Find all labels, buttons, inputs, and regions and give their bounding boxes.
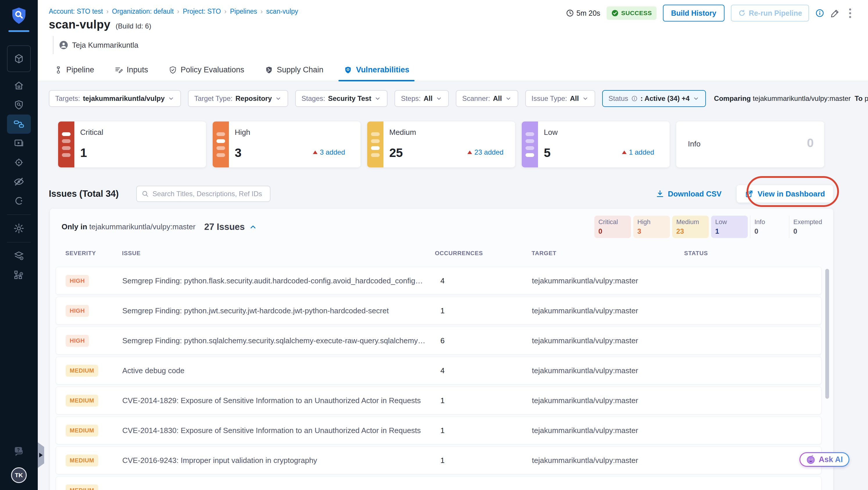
filter-steps[interactable]: Steps:All bbox=[395, 90, 449, 107]
severity-gauge bbox=[367, 121, 383, 167]
gauge-pill bbox=[526, 132, 534, 136]
filter-targettype[interactable]: Target Type:Repository bbox=[188, 90, 288, 107]
filter-status[interactable]: Status: Active (34) +4 bbox=[602, 90, 706, 107]
added-link[interactable]: 23 added bbox=[467, 148, 503, 156]
ask-ai-robot-icon bbox=[806, 455, 816, 464]
build-history-button[interactable]: Build History bbox=[663, 5, 724, 22]
person-icon bbox=[59, 40, 68, 50]
sidebar-item-security-review[interactable] bbox=[7, 172, 31, 191]
breadcrumb-link-2[interactable]: Project: STO bbox=[183, 7, 221, 16]
severity-badge: HIGH bbox=[66, 275, 89, 287]
filter-value: All bbox=[570, 94, 579, 102]
table-row[interactable]: MEDIUMActive debug code4tejakummarikuntl… bbox=[56, 357, 822, 385]
column-header-issue: ISSUE bbox=[122, 250, 435, 256]
pipelines-icon bbox=[13, 118, 25, 130]
breadcrumb-link-0[interactable]: Account: STO test bbox=[49, 7, 103, 16]
severity-card-count: 0 bbox=[807, 136, 814, 150]
eye-off-icon bbox=[13, 176, 25, 187]
filter-targets[interactable]: Targets:tejakummarikuntla/vulpy bbox=[49, 90, 181, 107]
severity-chip-summary: Critical0High3Medium23Low1Info0Exempted0 bbox=[594, 216, 826, 238]
severity-badge: MEDIUM bbox=[66, 365, 98, 377]
view-in-dashboard-button[interactable]: View in Dashboard bbox=[737, 185, 833, 203]
sidebar-item-home[interactable] bbox=[7, 76, 31, 95]
issue-title: Semgrep Finding: python.jwt.security.jwt… bbox=[122, 306, 435, 315]
chat-help-icon[interactable]: ? bbox=[13, 445, 25, 457]
sidebar-item-pipelines[interactable] bbox=[7, 115, 31, 134]
scrollbar-thumb[interactable] bbox=[825, 269, 829, 399]
page-header: Account: STO test›Organization: default›… bbox=[38, 0, 868, 81]
added-link[interactable]: 3 added bbox=[313, 148, 345, 156]
issue-title: Semgrep Finding: python.flask.security.a… bbox=[122, 276, 435, 285]
harness-sto-logo-icon[interactable] bbox=[9, 6, 28, 25]
tab-label: Supply Chain bbox=[277, 65, 323, 74]
filter-scanner[interactable]: Scanner:All bbox=[456, 90, 518, 107]
chip-info: Info0 bbox=[750, 216, 787, 238]
gauge-pill bbox=[526, 153, 534, 157]
edit-pencil-icon[interactable] bbox=[831, 8, 840, 18]
sidebar-item-project-settings[interactable] bbox=[7, 219, 31, 238]
table-row[interactable]: HIGHSemgrep Finding: python.flask.securi… bbox=[56, 267, 822, 295]
sidebar-item-module-switcher[interactable] bbox=[7, 45, 31, 72]
severity-cards: Critical1High33 addedMedium2523 addedLow… bbox=[58, 121, 824, 167]
severity-badge: MEDIUM bbox=[66, 455, 98, 466]
search-icon bbox=[142, 190, 149, 197]
sidebar-item-test-targets[interactable] bbox=[7, 153, 31, 172]
tab-policy-evaluations[interactable]: Policy Evaluations bbox=[167, 61, 246, 81]
filter-stages[interactable]: Stages:Security Test bbox=[295, 90, 388, 107]
added-label: 3 added bbox=[320, 148, 345, 156]
table-row[interactable]: MEDIUMCVE-2014-1830: Exposure of Sensiti… bbox=[56, 417, 822, 445]
severity-badge: MEDIUM bbox=[66, 485, 98, 490]
tab-label: Pipeline bbox=[66, 65, 94, 74]
table-row[interactable]: HIGHSemgrep Finding: python.sqlalchemy.s… bbox=[56, 327, 822, 355]
policy-icon bbox=[168, 66, 177, 74]
sidebar-divider bbox=[7, 242, 31, 242]
chip-value: 23 bbox=[676, 227, 705, 236]
home-icon bbox=[13, 80, 24, 91]
severity-card-medium[interactable]: Medium2523 added bbox=[367, 121, 515, 167]
targets-icon bbox=[13, 157, 24, 168]
table-row[interactable]: MEDIUM bbox=[56, 476, 822, 490]
table-row[interactable]: HIGHSemgrep Finding: python.jwt.security… bbox=[56, 297, 822, 325]
tab-inputs[interactable]: Inputs bbox=[113, 61, 150, 81]
sidebar-item-default-settings[interactable] bbox=[7, 246, 31, 266]
sidebar-item-organization-settings[interactable] bbox=[7, 266, 31, 285]
severity-card-info[interactable]: Info0 bbox=[676, 121, 824, 167]
chip-value: 1 bbox=[715, 227, 744, 236]
sidebar-item-exemptions[interactable] bbox=[7, 191, 31, 210]
severity-card-low[interactable]: Low51 added bbox=[522, 121, 670, 167]
breadcrumb-link-4[interactable]: scan-vulpy bbox=[266, 7, 298, 16]
occurrences-value: 1 bbox=[435, 426, 532, 435]
info-icon[interactable] bbox=[815, 9, 824, 18]
tab-vulnerabilities[interactable]: Vulnerabilities bbox=[342, 61, 411, 81]
filter-value: tejakummarikuntla/vulpy bbox=[83, 94, 164, 102]
severity-card-high[interactable]: High33 added bbox=[213, 121, 361, 167]
ask-ai-button[interactable]: Ask AI bbox=[800, 452, 849, 467]
download-csv-button[interactable]: Download CSV bbox=[656, 189, 721, 198]
severity-card-critical[interactable]: Critical1 bbox=[58, 121, 206, 167]
issues-search[interactable] bbox=[136, 186, 271, 202]
sidebar-item-overview[interactable] bbox=[7, 95, 31, 115]
severity-card-label: Low bbox=[544, 128, 558, 137]
table-row[interactable]: MEDIUMCVE-2016-9243: Improper input vali… bbox=[56, 447, 822, 474]
inputs-icon bbox=[115, 66, 123, 74]
group-issue-count[interactable]: 27 Issues bbox=[204, 222, 257, 232]
severity-cell: MEDIUM bbox=[66, 425, 122, 436]
table-row[interactable]: MEDIUMCVE-2014-1829: Exposure of Sensiti… bbox=[56, 387, 822, 415]
tab-supply-chain[interactable]: Supply Chain bbox=[263, 61, 326, 81]
tab-pipeline[interactable]: Pipeline bbox=[52, 61, 96, 81]
severity-card-count: 1 bbox=[80, 146, 87, 160]
rerun-pipeline-button[interactable]: Re-run Pipeline bbox=[731, 5, 809, 22]
added-link[interactable]: 1 added bbox=[622, 148, 654, 156]
sidebar-item-executions[interactable] bbox=[7, 134, 31, 153]
table-header: SEVERITYISSUEOCCURRENCESTARGETSTATUS bbox=[56, 250, 827, 256]
search-input[interactable] bbox=[153, 190, 265, 198]
more-options-kebab-icon[interactable] bbox=[846, 7, 854, 19]
gauge-pill bbox=[526, 139, 534, 143]
column-header-severity: SEVERITY bbox=[65, 250, 122, 256]
breadcrumb-link-1[interactable]: Organization: default bbox=[112, 7, 174, 16]
issue-title: Active debug code bbox=[122, 366, 435, 375]
breadcrumb-link-3[interactable]: Pipelines bbox=[230, 7, 257, 16]
filter-issuetype[interactable]: Issue Type:All bbox=[525, 90, 595, 107]
user-avatar[interactable]: TK bbox=[11, 467, 27, 483]
severity-badge: MEDIUM bbox=[66, 425, 98, 436]
